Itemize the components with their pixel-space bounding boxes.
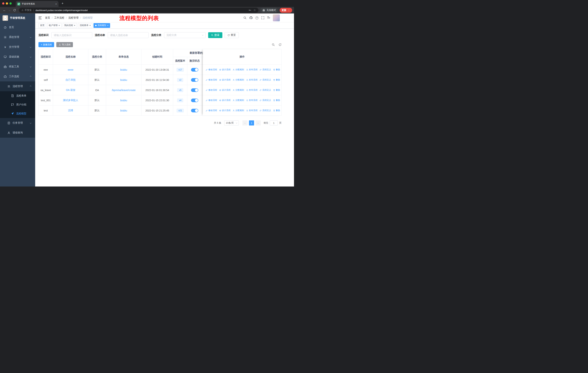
category-select[interactable]: 流程分类 [164,32,206,38]
model-name-link[interactable]: eeee [68,68,74,71]
action-publish-process[interactable]: 发布流程 [246,99,258,102]
breadcrumb-home[interactable]: 首页 [45,16,50,20]
bookmark-star-icon[interactable]: ☆ [253,9,256,12]
form-link[interactable]: biubiu [120,79,127,81]
tag-close-icon[interactable]: × [59,24,60,27]
github-icon[interactable] [249,16,253,20]
window-minimize-button[interactable] [6,2,8,5]
window-close-button[interactable] [2,2,4,5]
action-process-definition[interactable]: 流程定义 [260,109,271,112]
action-process-definition[interactable]: 流程定义 [260,78,271,81]
active-toggle[interactable] [191,88,198,92]
fullscreen-icon[interactable] [261,16,264,20]
action-publish-process[interactable]: 发布流程 [246,109,258,112]
url-text[interactable]: dashboard.yudao.iocoder.cn/bpm/manager/m… [36,9,88,12]
search-button[interactable]: 搜索 [208,32,222,38]
tag-process-form[interactable]: 流程表单 × [78,23,92,28]
action-assign-rule[interactable]: 分配规则 [232,68,244,71]
sidebar-item-infra[interactable]: 基础设施 [0,52,35,62]
sidebar-item-process-form[interactable]: 流程表单 [0,91,35,100]
tag-tenant-mgmt[interactable]: 租户管理 × [47,23,62,28]
action-assign-rule[interactable]: 分配规则 [232,109,244,112]
update-button[interactable]: 更新 ⋮ [280,8,292,13]
create-process-button[interactable]: + 新建流程 [38,42,54,47]
action-design-process[interactable]: 设计流程 [219,109,231,112]
sidebar-item-workflow[interactable]: 工作流程 [0,71,35,81]
action-delete[interactable]: 删除 [273,68,280,71]
avatar[interactable] [273,14,280,21]
form-link[interactable]: biubiu [120,109,127,112]
window-zoom-button[interactable] [10,2,12,5]
reload-button[interactable] [12,8,17,13]
goto-page-input[interactable] [270,120,278,125]
process-name-input[interactable] [108,32,148,38]
sidebar-item-process-model[interactable]: 流程模型 [0,109,35,118]
form-link[interactable]: biubiu [120,99,127,102]
sidebar-item-task-mgmt[interactable]: 任务管理 [0,118,35,128]
action-assign-rule[interactable]: 分配规则 [232,99,244,102]
forward-button[interactable]: → [7,8,12,13]
new-tab-button[interactable]: + [60,1,65,6]
model-name-link[interactable]: 测试多审批人 [63,99,78,102]
action-design-process[interactable]: 设计流程 [219,99,231,102]
form-link[interactable]: biubiu [120,68,127,71]
tag-close-icon[interactable]: × [89,24,91,27]
action-edit-process[interactable]: 修改流程 [206,89,217,92]
action-assign-rule[interactable]: 分配规则 [232,78,244,81]
back-button[interactable]: ← [2,8,7,13]
tag-close-icon[interactable]: × [74,24,75,27]
refresh-icon[interactable] [279,43,282,46]
action-edit-process[interactable]: 修改流程 [206,109,217,112]
search-icon[interactable] [243,16,247,20]
font-size-icon[interactable]: T T [267,16,270,19]
action-delete[interactable]: 删除 [273,89,280,92]
action-delete[interactable]: 删除 [273,78,280,81]
active-toggle[interactable] [191,68,198,71]
browser-tab[interactable]: 芋道管理系统 × [16,1,59,7]
action-edit-process[interactable]: 修改流程 [206,68,217,71]
toggle-search-icon[interactable] [272,43,275,46]
tag-home[interactable]: 首页 [38,23,46,28]
tag-close-icon[interactable]: × [107,24,109,27]
sidebar-item-devtools[interactable]: 研发工具 [0,62,35,71]
action-assign-rule[interactable]: 分配规则 [232,89,244,92]
action-design-process[interactable]: 设计流程 [219,89,231,92]
sidebar-item-process-mgmt[interactable]: 流程管理 [0,81,35,91]
password-key-icon[interactable] [248,9,251,12]
action-delete[interactable]: 删除 [273,99,280,102]
form-link[interactable]: /bpm/oa/leave/create [112,89,136,92]
page-size-select[interactable]: 10条/页 [224,120,239,125]
breadcrumb-process-mgmt[interactable]: 流程管理 [68,16,79,20]
action-edit-process[interactable]: 修改流程 [206,99,217,102]
tab-close-icon[interactable]: × [55,2,57,5]
reset-button[interactable]: 重置 [225,32,239,38]
sidebar-item-payment[interactable]: ¥ 支付管理 [0,42,35,52]
security-label[interactable]: 不安全 [25,9,32,12]
menu-kebab-icon[interactable]: ⋮ [288,9,290,12]
help-icon[interactable]: ? [255,16,258,20]
action-process-definition[interactable]: 流程定义 [260,68,271,71]
model-name-link[interactable]: 滔博 [68,109,73,112]
sidebar-toggle-icon[interactable] [38,16,42,20]
sidebar-item-home[interactable]: 首页 [0,22,35,32]
active-toggle[interactable] [191,109,198,112]
import-process-button[interactable]: 导入流程 [56,42,73,47]
tag-process-model[interactable]: 流程模型 × [94,23,110,28]
active-toggle[interactable] [191,78,198,82]
sidebar-item-leave-query[interactable]: 请假查询 [0,128,35,138]
model-name-link[interactable]: 自己审批 [65,78,76,81]
action-publish-process[interactable]: 发布流程 [246,89,258,92]
action-publish-process[interactable]: 发布流程 [246,68,258,71]
action-process-definition[interactable]: 流程定义 [260,89,271,92]
action-design-process[interactable]: 设计流程 [219,68,231,71]
address-bar[interactable]: ⚠ 不安全 dashboard.yudao.iocoder.cn/bpm/man… [19,8,258,13]
next-page-button[interactable]: › [256,120,261,125]
model-name-link[interactable]: OA 请假 [66,89,75,92]
tag-my-process[interactable]: 我的流程 × [63,23,77,28]
action-edit-process[interactable]: 修改流程 [206,78,217,81]
sidebar-item-system[interactable]: 系统管理 [0,32,35,42]
action-publish-process[interactable]: 发布流程 [246,78,258,81]
action-delete[interactable]: 删除 [273,109,280,112]
prev-page-button[interactable]: ‹ [242,120,248,125]
process-id-input[interactable] [51,32,92,38]
